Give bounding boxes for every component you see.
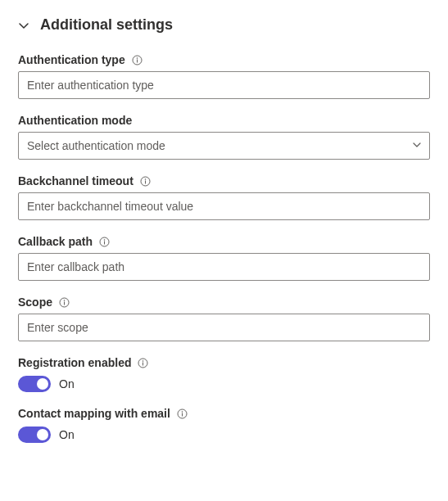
field-scope: Scope <box>18 296 430 341</box>
chevron-down-icon[interactable] <box>18 20 29 31</box>
auth-mode-label: Authentication mode <box>18 114 132 127</box>
svg-rect-5 <box>145 180 146 183</box>
callback-path-label: Callback path <box>18 235 93 248</box>
svg-point-16 <box>182 411 183 413</box>
auth-type-label: Authentication type <box>18 53 125 66</box>
info-icon[interactable] <box>177 408 188 419</box>
section-title: Additional settings <box>40 16 173 34</box>
backchannel-timeout-label: Backchannel timeout <box>18 174 133 187</box>
callback-path-input[interactable] <box>18 253 430 281</box>
scope-label: Scope <box>18 296 52 309</box>
svg-rect-8 <box>104 241 105 244</box>
info-icon[interactable] <box>59 297 70 308</box>
contact-mapping-toggle-state: On <box>59 428 75 441</box>
svg-point-10 <box>64 300 66 301</box>
svg-point-1 <box>136 57 138 59</box>
contact-mapping-label: Contact mapping with email <box>18 407 170 420</box>
info-icon[interactable] <box>99 237 110 247</box>
field-authentication-type: Authentication type <box>18 53 430 99</box>
registration-enabled-toggle[interactable] <box>18 376 51 392</box>
info-icon[interactable] <box>140 176 151 187</box>
registration-enabled-label: Registration enabled <box>18 356 131 369</box>
field-registration-enabled: Registration enabled On <box>18 356 430 392</box>
field-callback-path: Callback path <box>18 235 430 281</box>
field-contact-mapping: Contact mapping with email On <box>18 407 430 443</box>
scope-input[interactable] <box>18 314 430 341</box>
contact-mapping-toggle[interactable] <box>18 427 51 443</box>
auth-mode-select[interactable]: Select authentication mode <box>18 132 430 160</box>
svg-rect-11 <box>64 301 65 305</box>
svg-rect-17 <box>182 413 183 416</box>
toggle-thumb <box>37 429 48 440</box>
registration-toggle-state: On <box>59 377 75 390</box>
toggle-thumb <box>37 378 48 390</box>
backchannel-timeout-input[interactable] <box>18 192 430 220</box>
section-header: Additional settings <box>18 16 430 34</box>
svg-point-4 <box>145 178 147 180</box>
svg-point-13 <box>143 360 144 362</box>
svg-rect-14 <box>143 362 143 365</box>
info-icon[interactable] <box>138 358 148 368</box>
auth-type-input[interactable] <box>18 71 430 99</box>
svg-rect-2 <box>137 59 138 62</box>
field-backchannel-timeout: Backchannel timeout <box>18 174 430 220</box>
field-authentication-mode: Authentication mode Select authenticatio… <box>18 114 430 160</box>
info-icon[interactable] <box>132 55 143 65</box>
svg-point-7 <box>104 239 106 241</box>
